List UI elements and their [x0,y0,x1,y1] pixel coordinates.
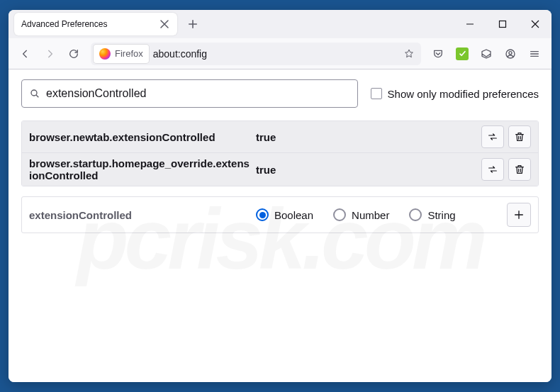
add-button[interactable] [507,203,531,227]
radio-icon [409,208,422,221]
pref-value: true [256,164,481,176]
close-window-button[interactable] [519,10,551,38]
menu-button[interactable] [523,43,546,65]
forward-button[interactable] [38,43,61,65]
search-icon [29,88,40,99]
firefox-logo-icon [99,48,111,60]
radio-label: Boolean [274,209,313,221]
radio-label: Number [352,209,389,221]
search-row: Show only modified preferences [21,79,539,108]
about-config-content: Show only modified preferences browser.n… [9,69,551,382]
navigation-toolbar: Firefox about:config [9,38,551,69]
checkbox-label: Show only modified preferences [388,88,539,100]
type-radios: Boolean Number String [256,208,507,221]
window-controls [454,10,551,38]
add-pref-name: extensionControlled [29,209,256,221]
tab-bar: Advanced Preferences [9,10,551,38]
delete-button[interactable] [508,125,531,148]
radio-icon [333,208,346,221]
new-tab-button[interactable] [183,14,203,34]
svg-rect-0 [500,21,506,28]
svg-point-3 [31,90,37,96]
svg-point-2 [509,51,512,54]
radio-label: String [427,209,455,221]
identity-label: Firefox [115,48,143,59]
browser-window: Advanced Preferences [9,10,551,382]
show-modified-checkbox[interactable]: Show only modified preferences [371,88,539,100]
radio-boolean[interactable]: Boolean [256,208,313,221]
pref-table: browser.newtab.extensionControlled true … [21,121,539,186]
pref-actions [481,158,531,181]
radio-number[interactable]: Number [333,208,389,221]
pref-name: browser.newtab.extensionControlled [29,131,256,143]
tab-advanced-preferences[interactable]: Advanced Preferences [14,13,177,35]
back-button[interactable] [14,43,37,65]
inbox-icon[interactable] [475,43,498,65]
account-icon[interactable] [499,43,522,65]
url-bar[interactable]: Firefox about:config [91,43,421,65]
reload-button[interactable] [62,43,85,65]
add-pref-row: extensionControlled Boolean Number Strin… [21,196,539,233]
delete-button[interactable] [508,158,531,181]
pocket-icon[interactable] [427,43,449,65]
search-box[interactable] [21,79,358,108]
toggle-button[interactable] [481,125,504,148]
pref-row: browser.newtab.extensionControlled true [22,121,538,153]
pref-actions [481,125,531,148]
identity-box[interactable]: Firefox [94,45,149,63]
pref-value: true [256,131,481,143]
bookmark-star-icon[interactable] [400,45,418,63]
toggle-button[interactable] [481,158,504,181]
checkbox-icon [371,88,382,99]
pref-row: browser.startup.homepage_override.extens… [22,153,538,186]
radio-string[interactable]: String [409,208,455,221]
tab-title: Advanced Preferences [21,19,159,29]
url-text: about:config [153,48,396,60]
extension-icon[interactable] [451,43,474,65]
maximize-button[interactable] [486,10,519,38]
pref-name: browser.startup.homepage_override.extens… [29,157,256,181]
search-input[interactable] [46,87,350,100]
minimize-button[interactable] [454,10,486,38]
close-tab-icon[interactable] [159,18,170,30]
radio-icon [256,208,269,221]
